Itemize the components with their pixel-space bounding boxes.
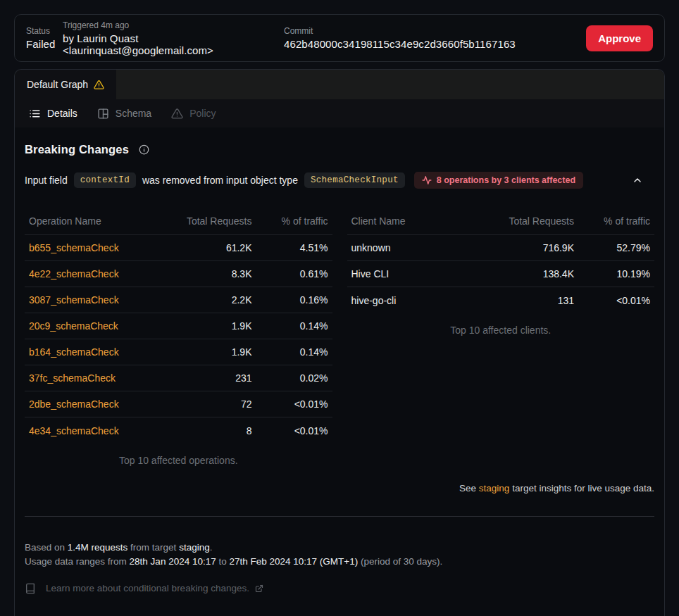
based-on-line: Based on 1.4M requests from target stagi… bbox=[25, 541, 654, 555]
col-total-requests: Total Requests bbox=[157, 215, 252, 227]
table-row: Hive CLI 138.4K 10.19% bbox=[347, 261, 655, 287]
client-name: Hive CLI bbox=[351, 268, 480, 279]
col-traffic: % of traffic bbox=[252, 215, 328, 227]
insights-note: See staging target insights for live usa… bbox=[25, 483, 654, 494]
check-content: Breaking Changes Input field contextId w… bbox=[15, 127, 664, 596]
collapse-chevron-up-icon[interactable] bbox=[632, 175, 643, 186]
operations-table: Operation Name Total Requests % of traff… bbox=[25, 207, 332, 466]
operation-link[interactable]: b655_schemaCheck bbox=[29, 242, 119, 253]
operation-traffic: <0.01% bbox=[252, 425, 328, 436]
affected-badge-label: 8 operations by 3 clients affected bbox=[437, 175, 575, 185]
breaking-change-row[interactable]: Input field contextId was removed from i… bbox=[25, 172, 654, 189]
operation-requests: 8.3K bbox=[157, 268, 252, 279]
clients-caption: Top 10 affected clients. bbox=[347, 325, 655, 336]
staging-target-link[interactable]: staging bbox=[479, 483, 510, 494]
target-name: staging bbox=[179, 542, 210, 553]
operation-requests: 61.2K bbox=[157, 242, 252, 253]
client-requests: 138.4K bbox=[479, 268, 574, 279]
insights-suffix: target insights for live usage data. bbox=[509, 483, 654, 494]
table-row: 2dbe_schemaCheck 72 <0.01% bbox=[25, 391, 332, 417]
graph-tab-strip: Default Graph bbox=[15, 70, 664, 99]
table-row: b655_schemaCheck 61.2K 4.51% bbox=[25, 235, 332, 261]
operation-link[interactable]: 3087_schemaCheck bbox=[29, 294, 119, 306]
triggered-label: Triggered 4m ago bbox=[63, 20, 284, 30]
operation-traffic: 0.61% bbox=[252, 268, 328, 279]
tab-policy-label: Policy bbox=[189, 108, 216, 119]
range-middle: to bbox=[216, 556, 230, 567]
operations-table-header: Operation Name Total Requests % of traff… bbox=[25, 207, 332, 235]
range-end-date: 27th Feb 2024 10:17 (GMT+1) bbox=[229, 556, 358, 567]
operation-traffic: 0.14% bbox=[252, 346, 328, 358]
table-row: 3087_schemaCheck 2.2K 0.16% bbox=[25, 287, 332, 313]
tab-schema[interactable]: Schema bbox=[93, 103, 161, 124]
range-suffix: (period of 30 days). bbox=[358, 556, 442, 567]
operation-requests: 1.9K bbox=[157, 346, 252, 358]
affected-operations-badge[interactable]: 8 operations by 3 clients affected bbox=[414, 172, 583, 189]
activity-pulse-icon bbox=[422, 175, 432, 185]
operation-requests: 72 bbox=[157, 398, 252, 410]
operation-link[interactable]: b164_schemaCheck bbox=[29, 346, 119, 358]
operation-requests: 231 bbox=[157, 372, 252, 384]
range-line: Usage data ranges from 28th Jan 2024 10:… bbox=[25, 555, 654, 569]
check-card: Default Graph Details bbox=[14, 69, 665, 616]
client-name: hive-go-cli bbox=[351, 295, 480, 306]
status-label: Status bbox=[26, 26, 63, 36]
learn-more-link[interactable]: Learn more about conditional breaking ch… bbox=[46, 582, 263, 596]
learn-more-label: Learn more about conditional breaking ch… bbox=[46, 582, 249, 596]
operation-traffic: 0.16% bbox=[252, 294, 328, 306]
operation-link[interactable]: 4e34_schemaCheck bbox=[29, 425, 119, 436]
tab-policy[interactable]: Policy bbox=[167, 103, 225, 124]
list-icon bbox=[29, 108, 41, 120]
tab-details-label: Details bbox=[47, 108, 77, 119]
operation-link[interactable]: 20c9_schemaCheck bbox=[29, 320, 118, 332]
table-row: 20c9_schemaCheck 1.9K 0.14% bbox=[25, 313, 332, 339]
operation-traffic: 0.14% bbox=[252, 320, 328, 332]
based-middle: from target bbox=[127, 542, 179, 553]
triggered-block: Triggered 4m ago by Laurin Quast <laurin… bbox=[63, 20, 284, 56]
table-row: 4e34_schemaCheck 8 <0.01% bbox=[25, 417, 332, 444]
approve-button[interactable]: Approve bbox=[586, 25, 653, 51]
clients-table: Client Name Total Requests % of traffic … bbox=[347, 207, 655, 336]
col-operation-name: Operation Name bbox=[29, 215, 157, 227]
commit-label: Commit bbox=[284, 26, 516, 36]
breaking-changes-title: Breaking Changes bbox=[25, 143, 129, 156]
schema-panels-icon bbox=[97, 108, 109, 120]
client-requests: 716.9K bbox=[479, 242, 574, 253]
tab-details[interactable]: Details bbox=[25, 103, 87, 124]
operation-traffic: 4.51% bbox=[252, 242, 328, 253]
operation-traffic: 0.02% bbox=[252, 372, 328, 384]
col-total-requests: Total Requests bbox=[479, 215, 574, 227]
client-traffic: <0.01% bbox=[574, 295, 650, 306]
change-type-code: SchemaCheckInput bbox=[304, 172, 405, 188]
table-row: 37fc_schemaCheck 231 0.02% bbox=[25, 365, 332, 391]
client-traffic: 10.19% bbox=[574, 268, 650, 279]
status-value: Failed bbox=[26, 38, 63, 50]
status-block: Status Failed bbox=[26, 26, 63, 50]
col-traffic: % of traffic bbox=[574, 215, 650, 227]
affected-tables: Operation Name Total Requests % of traff… bbox=[25, 207, 654, 466]
info-icon[interactable] bbox=[139, 144, 149, 155]
graph-warning-icon bbox=[94, 80, 104, 90]
operation-traffic: <0.01% bbox=[252, 398, 328, 410]
tab-default-graph[interactable]: Default Graph bbox=[15, 70, 116, 99]
schema-check-page: Status Failed Triggered 4m ago by Laurin… bbox=[0, 14, 679, 616]
tab-schema-label: Schema bbox=[116, 108, 151, 119]
operation-requests: 2.2K bbox=[157, 294, 252, 306]
operation-requests: 8 bbox=[157, 425, 252, 436]
client-requests: 131 bbox=[479, 295, 574, 306]
client-name: unknown bbox=[351, 242, 480, 253]
commit-hash: 462b48000c34198115c34e9c2d3660f5b1167163 bbox=[284, 38, 516, 50]
triggered-author: by Laurin Quast <laurinquast@googlemail.… bbox=[63, 32, 284, 56]
table-row: hive-go-cli 131 <0.01% bbox=[347, 287, 655, 313]
operation-link[interactable]: 37fc_schemaCheck bbox=[29, 372, 116, 384]
table-row: b164_schemaCheck 1.9K 0.14% bbox=[25, 339, 332, 365]
learn-more-row: Learn more about conditional breaking ch… bbox=[25, 582, 654, 596]
operation-link[interactable]: 4e22_schemaCheck bbox=[29, 268, 119, 279]
based-suffix: . bbox=[210, 542, 213, 553]
operation-link[interactable]: 2dbe_schemaCheck bbox=[29, 398, 119, 410]
change-prefix: Input field bbox=[25, 175, 68, 186]
col-client-name: Client Name bbox=[351, 215, 480, 227]
commit-block: Commit 462b48000c34198115c34e9c2d3660f5b… bbox=[284, 26, 516, 50]
client-traffic: 52.79% bbox=[574, 242, 650, 253]
graph-tab-label: Default Graph bbox=[27, 79, 88, 90]
